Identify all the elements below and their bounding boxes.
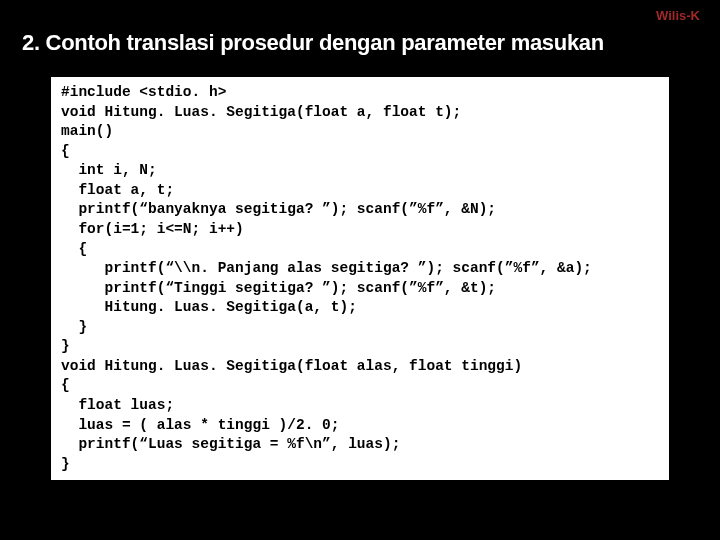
code-block: #include <stdio. h> void Hitung. Luas. S… (50, 76, 670, 481)
slide-title: 2. Contoh translasi prosedur dengan para… (0, 0, 720, 76)
watermark-text: Wilis-K (656, 8, 700, 23)
